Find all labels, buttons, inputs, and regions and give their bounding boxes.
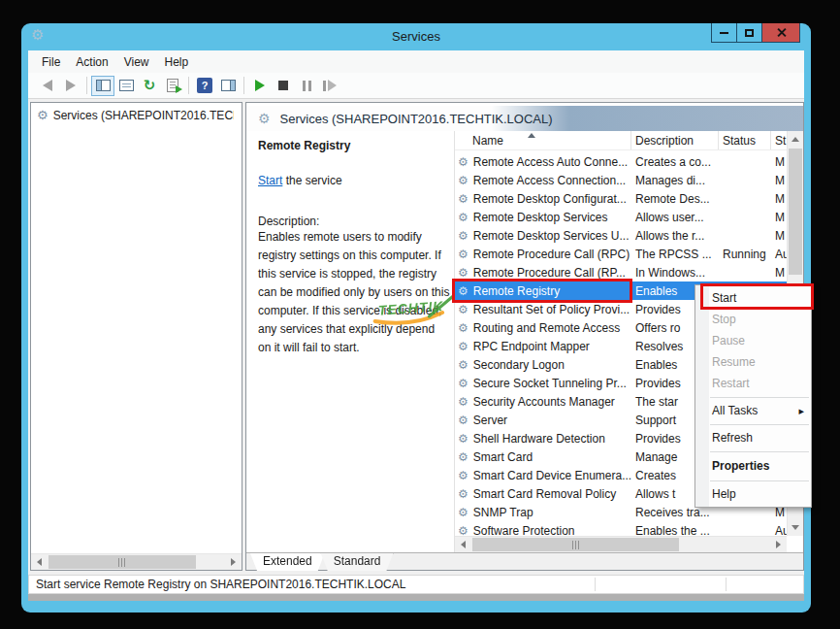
context-menu-item[interactable]: Resume [695,351,811,373]
list-horizontal-scrollbar[interactable] [455,536,787,552]
start-service-button[interactable] [248,76,272,96]
service-action-line: Start the service [258,174,446,187]
column-header-name[interactable]: Name [455,131,631,149]
scroll-left-icon[interactable] [31,554,48,570]
scroll-up-icon[interactable] [788,131,803,148]
services-pane-header: Services (SHAREPOINT2016.TECHTIK.LOCAL) [246,106,803,131]
titlebar[interactable]: Services [28,23,804,50]
close-button[interactable] [761,23,800,43]
refresh-icon [144,77,156,94]
service-name: Remote Procedure Call (RP... [473,266,626,280]
column-header-description[interactable]: Description [631,131,719,149]
statusbar-separator [726,578,727,591]
statusbar-area: Start service Remote Registry on SHAREPO… [28,573,804,601]
service-name: Smart Card [473,450,533,464]
scrollbar-thumb[interactable] [48,555,196,569]
service-description-cell: Manages di... [631,174,719,187]
show-action-pane-icon [221,80,236,91]
show-console-tree-button[interactable] [91,76,114,96]
context-menu-item[interactable]: Refresh [695,427,811,448]
service-row[interactable]: Remote Desktop Configurat... Remote Des.… [455,189,787,208]
back-icon [43,80,52,91]
minimize-button[interactable] [711,23,737,43]
context-menu-item[interactable]: Properties [695,454,811,478]
menu-item[interactable]: Help [157,52,197,72]
back-button[interactable] [36,76,59,96]
view-tab[interactable]: Extended [250,553,325,571]
service-description: Enables remote users to modify registry … [258,228,450,357]
menu-item[interactable]: File [34,52,68,72]
tree-horizontal-scrollbar[interactable] [31,553,242,570]
start-service-icon [255,80,265,91]
scroll-right-icon[interactable] [225,554,242,570]
menu-item[interactable]: Action [68,52,115,72]
properties-button[interactable] [114,76,138,96]
statusbar: Start service Remote Registry on SHAREPO… [28,575,804,594]
service-name: Secure Socket Tunneling Pr... [473,377,627,390]
service-startup-cell: M [771,266,787,280]
service-name: Remote Access Connection... [473,174,626,187]
menubar: FileActionViewHelp [28,50,804,73]
scrollbar-thumb[interactable] [789,149,802,275]
tree-node-services[interactable]: Services (SHAREPOINT2016.TECHTIK.LOCAL) [31,103,242,124]
menu-item[interactable]: View [116,52,157,72]
service-startup-cell: M [771,174,787,187]
service-name: Smart Card Device Enumera... [473,469,631,482]
service-description-cell: Remote Des... [631,192,719,206]
stop-service-button[interactable] [272,76,295,96]
context-menu-item[interactable]: Pause [695,330,811,351]
service-name: Security Accounts Manager [473,395,615,409]
service-description-cell: Enables the ... [631,524,719,537]
column-header-startup[interactable]: St [771,131,787,149]
context-menu-item[interactable]: Stop [695,309,811,330]
view-tab[interactable]: Standard [321,553,394,571]
service-status-cell: Running [719,248,771,261]
services-app-icon [31,26,44,44]
start-service-link[interactable]: Start [258,174,282,187]
service-gear-icon [458,341,468,352]
service-gear-icon [458,378,468,389]
scroll-left-icon[interactable] [455,537,471,552]
statusbar-text: Start service Remote Registry on SHAREPO… [36,578,405,591]
stop-service-icon [278,81,288,90]
service-row[interactable]: Remote Desktop Services Allows user... M [455,208,787,226]
help-button[interactable] [193,76,216,96]
context-menu-item[interactable]: Restart [695,373,811,394]
maximize-button[interactable] [736,23,762,43]
restart-service-icon [323,80,337,91]
restart-service-button[interactable] [318,76,341,96]
context-menu-item[interactable]: Help [695,483,811,505]
toolbar-separator [188,77,189,94]
refresh-button[interactable] [138,76,161,96]
pause-service-button[interactable] [295,76,318,96]
column-header-status[interactable]: Status [719,131,771,149]
service-gear-icon [458,470,468,481]
context-menu: StartStopPauseResumeRestartAll TasksRefr… [695,284,812,508]
show-action-pane-button[interactable] [216,76,240,96]
forward-button[interactable] [59,76,82,96]
scroll-right-icon[interactable] [770,537,787,552]
service-row[interactable]: Remote Desktop Services U... Allows the … [455,226,787,245]
service-gear-icon [458,193,468,205]
service-name: Resultant Set of Policy Provi... [473,303,630,316]
annotation-box-remote-registry [452,279,632,303]
toolbar [28,73,804,99]
service-gear-icon [458,451,468,463]
context-menu-item[interactable]: All Tasks [695,400,811,421]
export-list-button[interactable] [161,76,184,96]
service-row[interactable]: Software Protection Enables the ... Au [455,521,787,536]
service-row[interactable]: Remote Procedure Call (RPC) The RPCSS ..… [455,245,787,263]
services-pane-title: Services (SHAREPOINT2016.TECHTIK.LOCAL) [280,112,553,126]
view-tabs: ExtendedStandard [246,552,803,570]
scroll-down-icon[interactable] [788,519,803,536]
service-name: Shell Hardware Detection [473,432,605,446]
service-row[interactable]: Remote Access Connection... Manages di..… [455,171,787,189]
service-row[interactable]: Remote Access Auto Conne... Creates a co… [455,152,787,171]
tree-node-label: Services (SHAREPOINT2016.TECHTIK.LOCAL) [53,109,234,122]
service-gear-icon [458,248,468,260]
window-title: Services [28,23,804,50]
scrollbar-thumb[interactable] [472,538,679,551]
service-description-cell: In Windows... [631,266,719,280]
service-name: Remote Access Auto Conne... [473,155,628,169]
toolbar-separator [243,77,244,94]
